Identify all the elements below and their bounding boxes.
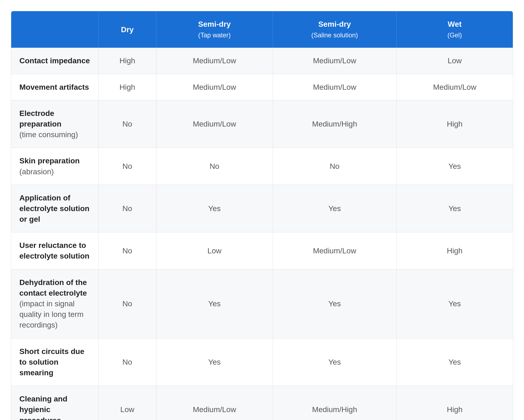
cell-user-reluctance-wet: High [397, 232, 513, 269]
cell-skin-preparation-wet: Yes [397, 148, 513, 185]
cell-electrode-preparation-semi_dry_tap: Medium/Low [156, 100, 273, 148]
table-row: Dehydration of the contact electrolyte(i… [11, 269, 513, 338]
cell-application-electrolyte-semi_dry_tap: Yes [156, 185, 273, 232]
table-row: Cleaning and hygienic proceduresLowMediu… [11, 386, 513, 420]
cell-contact-impedance-dry: High [99, 48, 156, 74]
cell-user-reluctance-semi_dry_tap: Low [156, 232, 273, 269]
table-row: Electrode preparation(time consuming)NoM… [11, 100, 513, 148]
cell-user-reluctance-semi_dry_saline: Medium/Low [273, 232, 397, 269]
cell-dehydration-wet: Yes [397, 269, 513, 338]
row-label-contact-impedance: Contact impedance [11, 48, 99, 74]
cell-skin-preparation-semi_dry_saline: No [273, 148, 397, 185]
table-row: Skin preparation(abrasion)NoNoNoYes [11, 148, 513, 185]
cell-dehydration-dry: No [99, 269, 156, 338]
main-table-wrapper: Dry Semi-dry (Tap water) Semi-dry (Salin… [11, 11, 513, 420]
cell-cleaning-semi_dry_tap: Medium/Low [156, 386, 273, 420]
cell-application-electrolyte-wet: Yes [397, 185, 513, 232]
table-header-row: Dry Semi-dry (Tap water) Semi-dry (Salin… [11, 11, 513, 48]
header-dry: Dry [99, 11, 156, 48]
cell-skin-preparation-semi_dry_tap: No [156, 148, 273, 185]
cell-contact-impedance-semi_dry_tap: Medium/Low [156, 48, 273, 74]
cell-cleaning-semi_dry_saline: Medium/High [273, 386, 397, 420]
cell-movement-artifacts-semi_dry_tap: Medium/Low [156, 74, 273, 100]
row-label-short-circuits: Short circuits due to solution smearing [11, 338, 99, 386]
cell-electrode-preparation-wet: High [397, 100, 513, 148]
cell-short-circuits-semi_dry_tap: Yes [156, 338, 273, 386]
cell-electrode-preparation-dry: No [99, 100, 156, 148]
cell-short-circuits-dry: No [99, 338, 156, 386]
cell-movement-artifacts-dry: High [99, 74, 156, 100]
table-row: Movement artifactsHighMedium/LowMedium/L… [11, 74, 513, 100]
table-row: Application of electrolyte solution or g… [11, 185, 513, 232]
header-semi-dry-saline: Semi-dry (Saline solution) [273, 11, 397, 48]
row-label-user-reluctance: User reluctance to electrolyte solution [11, 232, 99, 269]
cell-contact-impedance-semi_dry_saline: Medium/Low [273, 48, 397, 74]
cell-application-electrolyte-semi_dry_saline: Yes [273, 185, 397, 232]
row-label-movement-artifacts: Movement artifacts [11, 74, 99, 100]
cell-user-reluctance-dry: No [99, 232, 156, 269]
cell-short-circuits-wet: Yes [397, 338, 513, 386]
cell-movement-artifacts-wet: Medium/Low [397, 74, 513, 100]
header-wet: Wet (Gel) [397, 11, 513, 48]
table-row: Contact impedanceHighMedium/LowMedium/Lo… [11, 48, 513, 74]
table-row: User reluctance to electrolyte solutionN… [11, 232, 513, 269]
cell-cleaning-wet: High [397, 386, 513, 420]
cell-electrode-preparation-semi_dry_saline: Medium/High [273, 100, 397, 148]
row-label-application-electrolyte: Application of electrolyte solution or g… [11, 185, 99, 232]
cell-dehydration-semi_dry_saline: Yes [273, 269, 397, 338]
cell-skin-preparation-dry: No [99, 148, 156, 185]
row-label-cleaning: Cleaning and hygienic procedures [11, 386, 99, 420]
header-semi-dry-tap: Semi-dry (Tap water) [156, 11, 273, 48]
comparison-table: Dry Semi-dry (Tap water) Semi-dry (Salin… [11, 11, 513, 420]
row-label-dehydration: Dehydration of the contact electrolyte(i… [11, 269, 99, 338]
cell-movement-artifacts-semi_dry_saline: Medium/Low [273, 74, 397, 100]
row-label-electrode-preparation: Electrode preparation(time consuming) [11, 100, 99, 148]
cell-cleaning-dry: Low [99, 386, 156, 420]
cell-contact-impedance-wet: Low [397, 48, 513, 74]
row-label-skin-preparation: Skin preparation(abrasion) [11, 148, 99, 185]
cell-application-electrolyte-dry: No [99, 185, 156, 232]
table-row: Short circuits due to solution smearingN… [11, 338, 513, 386]
cell-short-circuits-semi_dry_saline: Yes [273, 338, 397, 386]
cell-dehydration-semi_dry_tap: Yes [156, 269, 273, 338]
header-row-label [11, 11, 99, 48]
